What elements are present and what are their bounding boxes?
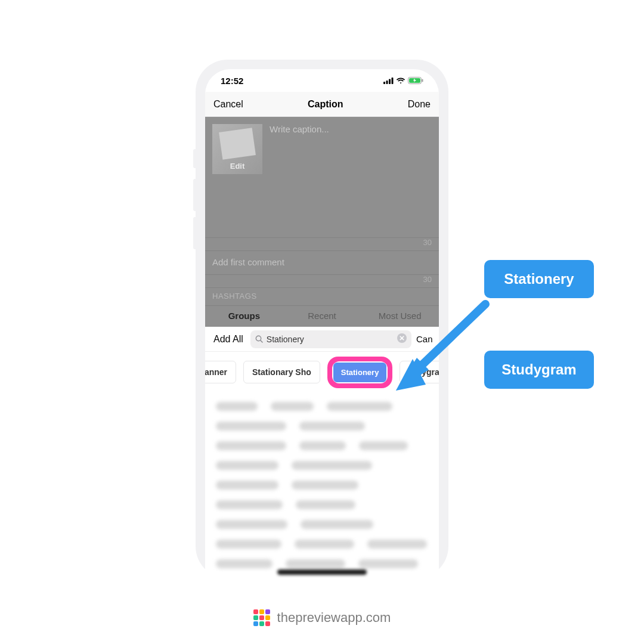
- search-icon: [255, 335, 263, 343]
- svg-rect-0: [383, 82, 385, 84]
- status-bar: 12:52: [205, 69, 439, 92]
- chip-planner[interactable]: lanner: [205, 361, 236, 383]
- footer-branding: thepreviewapp.com: [0, 609, 644, 626]
- side-button: [193, 149, 196, 168]
- dimmed-overlay: Edit Write caption... 30 Add first comme…: [205, 117, 439, 327]
- svg-rect-6: [422, 79, 423, 82]
- page-title: Caption: [308, 99, 343, 110]
- edit-label: Edit: [230, 162, 245, 171]
- home-indicator: [277, 569, 367, 575]
- cancel-button[interactable]: Cancel: [213, 99, 243, 110]
- preview-logo-icon: [253, 609, 270, 626]
- search-input[interactable]: Stationery: [250, 330, 411, 348]
- svg-rect-3: [392, 78, 394, 84]
- nav-bar: Cancel Caption Done: [205, 92, 439, 117]
- comment-char-count: 30: [205, 274, 439, 287]
- svg-line-8: [261, 340, 262, 342]
- chip-stationary-shop[interactable]: Stationary Sho: [243, 361, 320, 383]
- hashtag-group-chips[interactable]: lanner Stationary Sho Stationery tudygra…: [205, 352, 439, 392]
- done-button[interactable]: Done: [408, 99, 431, 110]
- tab-groups[interactable]: Groups: [205, 306, 283, 327]
- svg-rect-1: [386, 80, 388, 84]
- hashtag-tabs: Groups Recent Most Used: [205, 305, 439, 327]
- clear-icon[interactable]: [397, 333, 407, 345]
- callout-stationery: Stationery: [484, 260, 594, 298]
- post-thumbnail[interactable]: Edit: [212, 124, 262, 174]
- caption-input[interactable]: Write caption...: [270, 124, 329, 230]
- status-time: 12:52: [221, 76, 243, 86]
- phone-frame: 12:52 Cancel Caption Done Edit: [196, 60, 448, 578]
- tab-most-used[interactable]: Most Used: [361, 306, 439, 327]
- status-icons: [383, 77, 423, 84]
- side-button: [193, 179, 196, 211]
- hashtag-results: [205, 392, 439, 578]
- search-row: Add All Stationery Cancel: [205, 327, 439, 352]
- hashtags-section-label: HASHTAGS: [205, 287, 439, 305]
- add-all-button[interactable]: Add All: [211, 334, 246, 345]
- highlight-ring: Stationery: [327, 357, 393, 388]
- signal-icon: [383, 78, 394, 84]
- cancel-search-button[interactable]: Cancel: [416, 334, 433, 344]
- chip-studygram[interactable]: tudygram: [400, 361, 439, 383]
- wifi-icon: [396, 78, 405, 84]
- screen: 12:52 Cancel Caption Done Edit: [205, 69, 439, 578]
- battery-charging-icon: [408, 77, 423, 84]
- svg-rect-2: [389, 79, 391, 84]
- side-button: [193, 217, 196, 249]
- caption-area: Edit Write caption...: [205, 117, 439, 237]
- first-comment-input[interactable]: Add first comment: [205, 250, 439, 274]
- tab-recent[interactable]: Recent: [283, 306, 361, 327]
- search-value: Stationery: [267, 335, 304, 344]
- caption-char-count: 30: [205, 237, 439, 250]
- callout-studygram: Studygram: [484, 351, 594, 389]
- footer-url: thepreviewapp.com: [277, 610, 391, 626]
- chip-stationery[interactable]: Stationery: [333, 363, 387, 382]
